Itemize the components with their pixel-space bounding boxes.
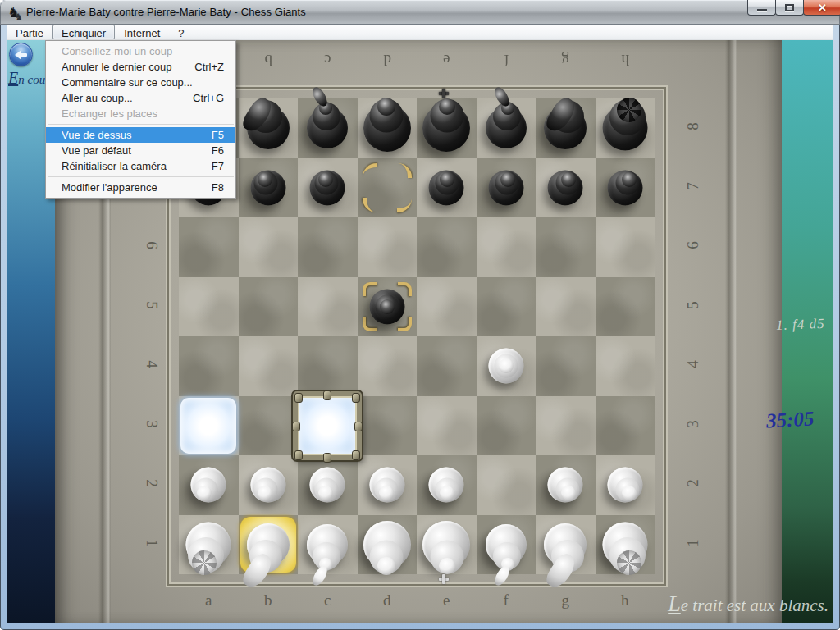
square-a6[interactable] (179, 217, 239, 277)
menu-item-annuler-le-dernier-coup[interactable]: Annuler le dernier coupCtrl+Z (46, 59, 235, 75)
file-label-bottom-f: f (477, 591, 536, 609)
menu-item-reinitialiser-la-camera[interactable]: Réinitialiser la caméraF7 (46, 158, 235, 174)
file-label-top-d: d (358, 51, 418, 69)
square-h3[interactable] (596, 396, 655, 456)
square-f6[interactable] (477, 217, 536, 277)
square-b3[interactable] (239, 396, 299, 456)
square-b4[interactable] (239, 336, 299, 396)
app-window: ♞♞ Pierre-Marie Baty contre Pierre-Marie… (0, 0, 840, 630)
menu-item-vue-par-defaut[interactable]: Vue par défautF6 (46, 143, 235, 158)
rank-label-left-2: 2 (143, 472, 161, 495)
menu-item-label: Aller au coup... (62, 92, 133, 104)
square-g5[interactable] (536, 277, 596, 337)
move-hint-square-a3[interactable] (180, 398, 236, 454)
back-button[interactable] (9, 43, 33, 66)
frame-ornament (294, 393, 303, 403)
square-f5[interactable] (477, 277, 536, 337)
square-g3[interactable] (536, 396, 596, 456)
square-d4[interactable] (358, 336, 418, 396)
square-a5[interactable] (179, 277, 239, 337)
rank-label-right-5: 5 (684, 294, 702, 317)
square-f3[interactable] (477, 396, 536, 456)
square-g4[interactable] (536, 336, 596, 396)
menu-item-shortcut: F6 (212, 143, 224, 158)
rank-label-left-6: 6 (143, 234, 161, 257)
square-c6[interactable] (298, 217, 358, 277)
close-button[interactable]: ✕ (803, 0, 840, 16)
frame-ornament (292, 422, 300, 431)
square-b6[interactable] (239, 217, 299, 277)
menu-item-aller-au-coup[interactable]: Aller au coup...Ctrl+G (46, 90, 235, 106)
square-e4[interactable] (417, 336, 477, 396)
piece-head (500, 172, 515, 187)
rank-label-right-6: 6 (684, 234, 702, 257)
square-e5[interactable] (417, 277, 477, 337)
square-d6[interactable] (358, 217, 418, 277)
square-c4[interactable] (298, 336, 358, 396)
file-label-top-e: e (417, 51, 477, 69)
menubar-item-partie[interactable]: Partie (7, 25, 52, 39)
window-title: Pierre-Marie Baty contre Pierre-Marie Ba… (26, 6, 306, 18)
rook-crenellation (192, 550, 217, 575)
frame-ornament (352, 450, 360, 460)
square-h6[interactable] (596, 217, 655, 277)
rank-label-right-3: 3 (684, 413, 702, 436)
menubar-item-aide[interactable]: ? (169, 25, 193, 39)
menu-item-echanger-les-places: Echanger les places (46, 106, 235, 121)
rank-label-left-1: 1 (143, 532, 161, 555)
piece-head (377, 98, 395, 116)
menu-item-label: Vue par défaut (62, 144, 131, 157)
square-g6[interactable] (536, 217, 596, 277)
close-icon: ✕ (818, 1, 827, 15)
menu-item-label: Commentaire sur ce coup... (62, 76, 193, 89)
menu-item-label: Réinitialiser la caméra (62, 160, 167, 172)
rank-label-left-3: 3 (143, 413, 161, 436)
file-label-bottom-h: h (596, 591, 655, 609)
square-e3[interactable] (417, 396, 477, 456)
menu-item-shortcut: F7 (212, 158, 224, 174)
hover-frame-square-c3[interactable] (293, 391, 362, 460)
rank-label-right-2: 2 (684, 472, 702, 495)
square-c5[interactable] (298, 277, 358, 337)
last-move-to-marker (363, 317, 377, 331)
menubar-item-internet[interactable]: Internet (115, 25, 169, 39)
file-label-top-f: f (477, 51, 536, 69)
piece-head (561, 172, 576, 187)
menu-separator (48, 176, 234, 177)
rank-label-left-5: 5 (143, 294, 161, 317)
piece-head (499, 358, 514, 373)
menu-item-commentaire-sur-ce-coup[interactable]: Commentaire sur ce coup... (46, 75, 235, 90)
menu-item-label: Modifier l'apparence (62, 181, 158, 194)
frame-ornament (352, 393, 360, 403)
maximize-button[interactable] (775, 0, 804, 16)
square-h5[interactable] (596, 277, 655, 337)
frame-ornament (323, 390, 331, 400)
menu-item-label: Echanger les places (62, 107, 158, 120)
piece-head (622, 172, 637, 187)
file-label-bottom-a: a (179, 591, 239, 609)
maximize-icon (785, 4, 794, 11)
square-a4[interactable] (179, 336, 239, 396)
square-b5[interactable] (239, 277, 299, 337)
rank-label-right-8: 8 (684, 115, 702, 138)
piece-head (318, 172, 333, 187)
square-e6[interactable] (417, 217, 477, 277)
last-move-to-marker (398, 282, 412, 296)
rank-label-right-4: 4 (684, 353, 702, 376)
title-bar[interactable]: ♞♞ Pierre-Marie Baty contre Pierre-Marie… (0, 0, 840, 25)
menu-item-modifier-l-apparence[interactable]: Modifier l'apparenceF8 (46, 180, 235, 195)
square-d3[interactable] (358, 396, 418, 456)
frame-ornament (323, 453, 331, 463)
piece-head (258, 172, 272, 187)
menubar-item-echiquier[interactable]: Echiquier (52, 25, 115, 39)
square-h4[interactable] (596, 336, 655, 396)
square-f2[interactable] (477, 455, 536, 515)
menu-item-vue-de-dessus[interactable]: Vue de dessusF5 (46, 127, 235, 143)
minimize-button[interactable] (747, 0, 776, 16)
menu-separator (48, 124, 234, 125)
file-label-bottom-c: c (298, 591, 358, 609)
piece-head (380, 299, 395, 314)
piece-head (377, 557, 395, 575)
frame-ornament (294, 450, 303, 460)
rank-label-right-1: 1 (684, 532, 702, 555)
